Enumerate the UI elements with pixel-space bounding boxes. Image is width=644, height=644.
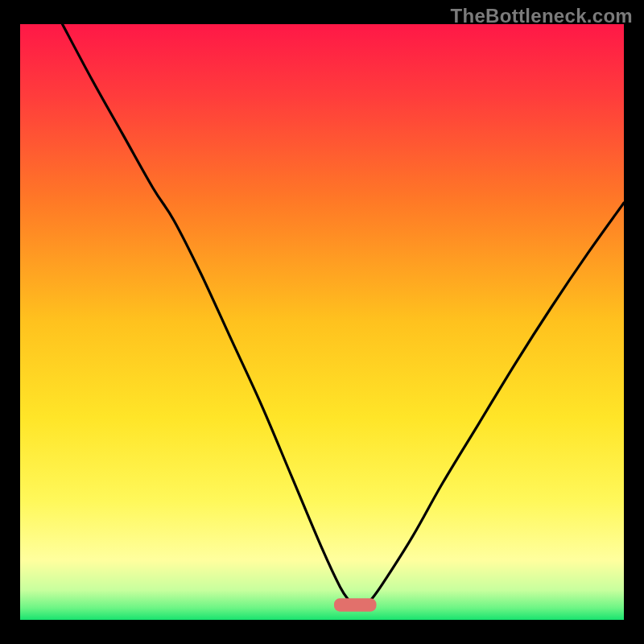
- bottleneck-chart: [0, 0, 644, 644]
- watermark-text: TheBottleneck.com: [451, 5, 633, 27]
- optimal-marker: [334, 598, 377, 611]
